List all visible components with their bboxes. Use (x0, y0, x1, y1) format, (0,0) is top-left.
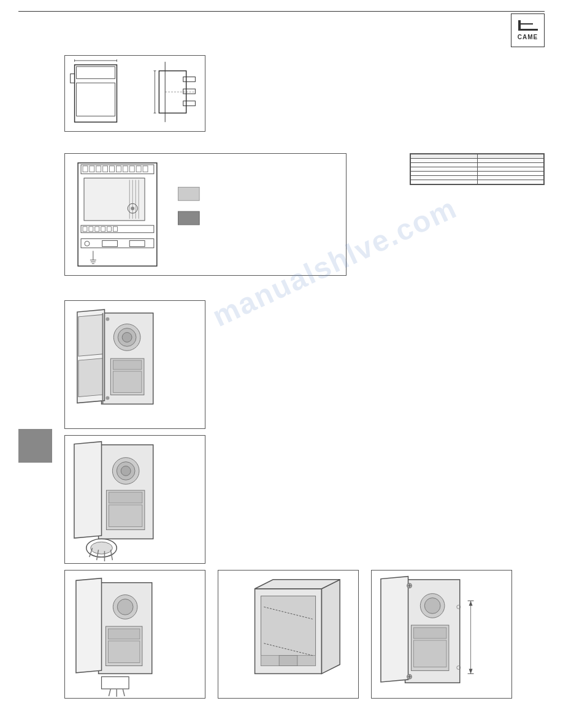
page-section-marker (18, 429, 52, 463)
svg-rect-75 (74, 442, 102, 538)
table-cell (411, 180, 478, 184)
header-line (18, 11, 545, 12)
svg-rect-88 (76, 578, 102, 673)
front-panel-svg (65, 154, 346, 275)
svg-rect-39 (83, 227, 87, 232)
table-row (411, 163, 544, 167)
svg-point-58 (122, 333, 132, 343)
table-row (411, 180, 544, 184)
svg-rect-98 (279, 656, 297, 666)
table-row (411, 159, 544, 163)
table-cell (411, 172, 478, 176)
specs-table-box (410, 153, 545, 185)
svg-rect-44 (113, 227, 118, 232)
installation-step4-svg (218, 571, 358, 698)
table-col2-header (477, 154, 544, 159)
svg-point-46 (85, 241, 90, 246)
installation-step5-svg (372, 571, 511, 698)
svg-marker-119 (469, 601, 473, 606)
table-cell (477, 176, 544, 180)
came-logo: CAME (511, 13, 545, 47)
svg-rect-0 (518, 29, 538, 31)
svg-rect-105 (413, 628, 446, 639)
svg-rect-13 (183, 89, 196, 94)
svg-rect-107 (381, 577, 408, 682)
svg-rect-14 (183, 101, 196, 106)
installation-step5-box (371, 570, 512, 699)
svg-point-77 (91, 542, 113, 554)
svg-rect-64 (79, 358, 103, 397)
svg-point-103 (424, 598, 440, 614)
dimensional-drawing-box (64, 55, 205, 132)
svg-rect-22 (90, 166, 94, 172)
dimensional-drawing-svg (65, 56, 205, 131)
svg-rect-29 (136, 166, 141, 172)
svg-rect-23 (96, 166, 101, 172)
svg-rect-3 (75, 65, 117, 122)
svg-rect-43 (107, 227, 112, 232)
svg-rect-86 (108, 629, 140, 639)
front-panel-diagram-box (64, 153, 347, 276)
svg-rect-40 (89, 227, 93, 232)
svg-rect-53 (178, 187, 199, 200)
svg-rect-54 (178, 211, 199, 225)
svg-point-71 (121, 466, 131, 476)
svg-point-84 (117, 599, 133, 615)
svg-rect-47 (102, 241, 118, 247)
table-col1-header (411, 154, 478, 159)
svg-rect-24 (103, 166, 108, 172)
svg-rect-89 (102, 677, 129, 689)
svg-rect-28 (129, 166, 134, 172)
svg-point-67 (105, 396, 109, 400)
svg-point-37 (131, 207, 134, 210)
svg-rect-27 (123, 166, 128, 172)
svg-rect-63 (79, 314, 103, 356)
svg-rect-21 (83, 166, 88, 172)
svg-rect-60 (113, 360, 142, 370)
table-cell (411, 167, 478, 172)
table-cell (477, 172, 544, 176)
svg-rect-2 (521, 23, 533, 25)
installation-step3-svg (65, 571, 205, 698)
svg-rect-4 (77, 67, 115, 79)
table-cell (477, 180, 544, 184)
svg-marker-96 (321, 580, 340, 674)
svg-line-90 (109, 689, 110, 696)
installation-step1-box (64, 300, 205, 429)
svg-rect-73 (109, 492, 142, 503)
table-cell (477, 167, 544, 172)
svg-rect-48 (129, 241, 145, 247)
table-cell (411, 176, 478, 180)
brand-name: CAME (518, 34, 538, 40)
svg-marker-120 (469, 669, 473, 673)
installation-step2-box (64, 435, 205, 564)
table-cell (477, 163, 544, 167)
table-row (411, 167, 544, 172)
svg-rect-12 (183, 77, 196, 82)
svg-rect-42 (101, 227, 105, 232)
installation-step3-box (64, 570, 205, 699)
installation-step2-svg (65, 436, 205, 563)
svg-rect-41 (95, 227, 99, 232)
svg-rect-74 (109, 505, 142, 527)
svg-rect-26 (116, 166, 121, 172)
table-header-row (411, 154, 544, 159)
svg-rect-1 (518, 20, 521, 31)
svg-rect-30 (143, 166, 148, 172)
came-gate-icon (518, 20, 538, 32)
svg-rect-25 (110, 166, 115, 172)
installation-step1-svg (65, 301, 205, 428)
table-row (411, 176, 544, 180)
installation-step4-box (218, 570, 359, 699)
svg-rect-106 (413, 640, 446, 667)
svg-rect-61 (113, 371, 142, 393)
table-cell (477, 159, 544, 163)
svg-line-92 (123, 689, 124, 696)
svg-rect-5 (77, 83, 115, 116)
svg-point-66 (105, 317, 109, 321)
table-cell (411, 163, 478, 167)
svg-rect-87 (108, 641, 140, 663)
table-row (411, 172, 544, 176)
svg-rect-6 (71, 74, 75, 83)
table-cell (411, 159, 478, 163)
